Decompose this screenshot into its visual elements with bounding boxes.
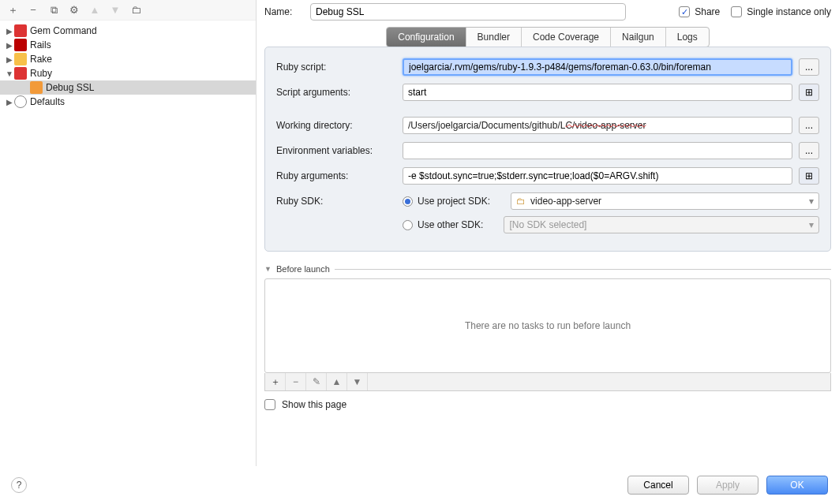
checkbox-icon xyxy=(264,399,275,410)
ruby-args-label: Ruby arguments: xyxy=(276,170,403,181)
edit-env-vars-button[interactable]: ... xyxy=(799,142,819,159)
folder-icon[interactable]: 🗀 xyxy=(129,4,142,17)
rails-icon xyxy=(14,39,27,51)
ok-button[interactable]: OK xyxy=(766,476,828,495)
before-launch-section: ▼Before launch There are no tasks to run… xyxy=(264,264,831,410)
ruby-sdk-label: Ruby SDK: xyxy=(276,196,403,207)
before-launch-title: Before launch xyxy=(276,264,330,274)
single-instance-label: Single instance only xyxy=(747,6,831,17)
config-form-panel: Name: ✓Share Single instance only Config… xyxy=(257,0,839,466)
browse-working-dir-button[interactable]: ... xyxy=(799,117,819,134)
move-task-down-icon: ▼ xyxy=(347,373,368,390)
move-up-icon[interactable]: ▲ xyxy=(88,4,101,17)
tab-bundler[interactable]: Bundler xyxy=(466,28,522,47)
config-tree[interactable]: ▶Gem Command ▶Rails ▶Rake ▼Ruby Debug SS… xyxy=(0,21,256,466)
share-label: Share xyxy=(695,6,720,17)
cancel-button[interactable]: Cancel xyxy=(627,476,689,495)
name-input[interactable] xyxy=(310,3,626,21)
tab-logs[interactable]: Logs xyxy=(666,28,709,47)
tree-node-defaults[interactable]: ▶Defaults xyxy=(0,95,256,109)
tree-label: Debug SSL xyxy=(46,82,94,93)
copy-config-icon[interactable]: ⧉ xyxy=(47,4,60,17)
remove-task-icon: − xyxy=(286,373,306,390)
ruby-script-label: Ruby script: xyxy=(276,62,403,73)
project-sdk-select[interactable]: 🗀video-app-server▾ xyxy=(511,192,819,210)
env-vars-label: Environment variables: xyxy=(276,145,403,156)
checkbox-icon xyxy=(731,6,742,17)
tree-label: Rake xyxy=(30,54,52,65)
expand-script-args-button[interactable]: ⊞ xyxy=(799,84,819,101)
tree-node-gem-command[interactable]: ▶Gem Command xyxy=(0,24,256,38)
configuration-group: Ruby script: ... Script arguments: ⊞ Wor… xyxy=(264,47,831,252)
use-project-sdk-radio[interactable]: Use project SDK: xyxy=(403,196,490,207)
tree-node-rails[interactable]: ▶Rails xyxy=(0,38,256,52)
show-this-page-checkbox[interactable]: Show this page xyxy=(264,399,831,410)
expand-icon[interactable]: ▶ xyxy=(5,98,14,106)
ruby-icon xyxy=(14,67,27,80)
settings-icon[interactable]: ⚙ xyxy=(68,4,81,17)
dialog-footer: ? Cancel Apply OK xyxy=(0,466,839,504)
checkbox-icon: ✓ xyxy=(679,6,690,17)
dropdown-arrows-icon: ▾ xyxy=(809,219,814,230)
tab-configuration[interactable]: Configuration xyxy=(387,28,466,47)
help-button[interactable]: ? xyxy=(11,477,27,493)
tree-node-rake[interactable]: ▶Rake xyxy=(0,52,256,66)
expand-icon[interactable]: ▶ xyxy=(5,55,14,64)
script-args-label: Script arguments: xyxy=(276,87,403,98)
redacted-text: C/video-app-server xyxy=(565,120,646,131)
tree-label: Rails xyxy=(30,39,51,50)
before-launch-toolbar: ＋ − ✎ ▲ ▼ xyxy=(264,373,831,391)
folder-icon: 🗀 xyxy=(516,196,526,207)
before-launch-tasks-list[interactable]: There are no tasks to run before launch xyxy=(264,278,831,373)
config-tabs: Configuration Bundler Code Coverage Nail… xyxy=(386,27,710,47)
expand-icon[interactable]: ▶ xyxy=(5,27,14,35)
dropdown-arrows-icon: ▾ xyxy=(809,196,814,207)
collapse-icon[interactable]: ▼ xyxy=(5,69,14,78)
remove-config-icon[interactable]: − xyxy=(27,4,39,17)
working-dir-input[interactable]: /Users/joelgarcia/Documents/github/LC/vi… xyxy=(403,117,792,134)
apply-button: Apply xyxy=(697,476,758,495)
use-other-sdk-radio[interactable]: Use other SDK: xyxy=(403,219,483,230)
radio-on-icon xyxy=(403,196,413,207)
script-args-input[interactable] xyxy=(403,84,792,101)
tree-label: Gem Command xyxy=(30,25,97,36)
add-task-icon[interactable]: ＋ xyxy=(265,373,286,390)
defaults-icon xyxy=(14,95,27,108)
radio-off-icon xyxy=(403,220,413,230)
ruby-script-input[interactable] xyxy=(403,58,792,76)
tab-nailgun[interactable]: Nailgun xyxy=(611,28,666,47)
tree-label: Ruby xyxy=(30,68,52,79)
working-dir-label: Working directory: xyxy=(276,120,403,131)
tree-label: Defaults xyxy=(30,96,65,107)
ruby-args-input[interactable] xyxy=(403,167,792,185)
expand-icon[interactable]: ▶ xyxy=(5,41,14,50)
rake-icon xyxy=(14,53,27,65)
tree-node-debug-ssl[interactable]: Debug SSL xyxy=(0,80,256,95)
ruby-run-icon xyxy=(30,81,43,94)
tab-code-coverage[interactable]: Code Coverage xyxy=(522,28,611,47)
collapse-icon[interactable]: ▼ xyxy=(264,265,272,273)
browse-ruby-script-button[interactable]: ... xyxy=(799,58,819,76)
single-instance-checkbox[interactable]: Single instance only xyxy=(731,6,831,17)
other-sdk-select: [No SDK selected]▾ xyxy=(504,216,819,233)
run-configs-tree-panel: ＋ − ⧉ ⚙ ▲ ▼ 🗀 ▶Gem Command ▶Rails ▶Rake … xyxy=(0,0,257,466)
name-label: Name: xyxy=(264,6,299,17)
move-task-up-icon: ▲ xyxy=(327,373,347,390)
expand-ruby-args-button[interactable]: ⊞ xyxy=(799,167,819,185)
tree-toolbar: ＋ − ⧉ ⚙ ▲ ▼ 🗀 xyxy=(0,0,256,21)
edit-task-icon: ✎ xyxy=(306,373,327,390)
before-launch-empty: There are no tasks to run before launch xyxy=(465,320,631,331)
share-checkbox[interactable]: ✓Share xyxy=(679,6,720,17)
tree-node-ruby[interactable]: ▼Ruby xyxy=(0,66,256,80)
move-down-icon[interactable]: ▼ xyxy=(109,4,122,17)
gem-icon xyxy=(14,24,27,37)
add-config-icon[interactable]: ＋ xyxy=(6,4,19,17)
env-vars-input[interactable] xyxy=(403,142,792,159)
